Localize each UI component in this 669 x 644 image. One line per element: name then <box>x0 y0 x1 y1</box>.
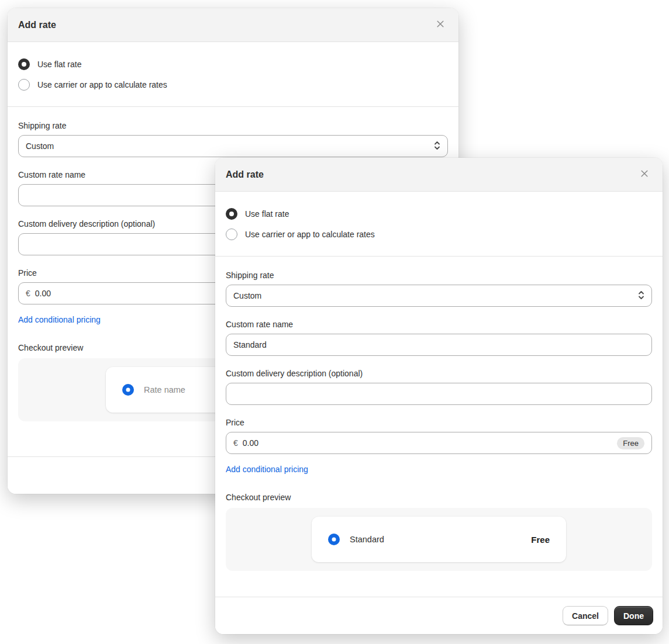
flat-rate-radio[interactable] <box>18 58 30 70</box>
rate-form: Shipping rate Custom Custom rate name Cu… <box>215 257 663 597</box>
flat-rate-option[interactable]: Use flat rate <box>18 58 448 70</box>
modal-title: Add rate <box>18 20 56 30</box>
chevron-up-down-icon <box>434 141 440 152</box>
shipping-rate-label: Shipping rate <box>18 121 448 130</box>
preview-rate-name: Rate name <box>144 385 185 394</box>
close-button[interactable] <box>636 166 653 183</box>
add-rate-modal-front: Add rate Use flat rate Use carrier or ap… <box>215 158 663 634</box>
close-icon <box>640 169 649 179</box>
shipping-rate-select[interactable]: Custom <box>226 285 652 307</box>
preview-rate-name: Standard <box>350 535 384 544</box>
add-conditional-pricing-link[interactable]: Add conditional pricing <box>18 315 101 324</box>
price-input[interactable] <box>243 438 612 448</box>
checkout-preview-label: Checkout preview <box>226 493 652 502</box>
rate-type-options: Use flat rate Use carrier or app to calc… <box>8 42 458 107</box>
checkout-preview-card: Standard Free <box>312 517 566 562</box>
shipping-rate-label: Shipping rate <box>226 271 652 280</box>
currency-prefix: € <box>233 438 238 448</box>
add-conditional-pricing-link[interactable]: Add conditional pricing <box>226 465 308 474</box>
flat-rate-option[interactable]: Use flat rate <box>226 208 652 220</box>
chevron-up-down-icon <box>638 290 644 302</box>
modal-footer: Cancel Done <box>215 597 663 634</box>
close-button[interactable] <box>432 16 449 34</box>
done-button[interactable]: Done <box>614 606 653 625</box>
shipping-rate-value: Custom <box>233 291 261 300</box>
preview-rate-price: Free <box>531 535 550 545</box>
carrier-rate-option[interactable]: Use carrier or app to calculate rates <box>226 228 652 240</box>
modal-header: Add rate <box>8 8 458 42</box>
custom-rate-name-label: Custom rate name <box>226 320 652 329</box>
carrier-rate-label: Use carrier or app to calculate rates <box>245 230 375 239</box>
flat-rate-radio[interactable] <box>226 208 237 220</box>
flat-rate-label: Use flat rate <box>37 60 81 69</box>
checkout-preview-panel: Standard Free <box>226 508 652 571</box>
modal-title: Add rate <box>226 169 264 180</box>
flat-rate-label: Use flat rate <box>245 209 289 219</box>
preview-rate-radio <box>122 384 134 396</box>
free-badge: Free <box>617 437 644 449</box>
custom-rate-name-input[interactable] <box>226 334 652 356</box>
carrier-rate-option[interactable]: Use carrier or app to calculate rates <box>18 79 448 91</box>
shipping-rate-value: Custom <box>26 141 54 151</box>
carrier-rate-label: Use carrier or app to calculate rates <box>37 80 167 89</box>
price-field[interactable]: € Free <box>226 432 652 454</box>
custom-delivery-description-input[interactable] <box>226 383 652 405</box>
price-label: Price <box>226 418 652 427</box>
currency-prefix: € <box>26 289 30 298</box>
rate-type-options: Use flat rate Use carrier or app to calc… <box>215 192 663 257</box>
cancel-button[interactable]: Cancel <box>563 606 608 625</box>
close-icon <box>436 20 444 30</box>
carrier-rate-radio[interactable] <box>226 228 237 240</box>
shipping-rate-select[interactable]: Custom <box>18 135 448 157</box>
modal-header: Add rate <box>215 158 663 192</box>
carrier-rate-radio[interactable] <box>18 79 30 91</box>
preview-rate-radio <box>328 534 340 545</box>
custom-delivery-description-label: Custom delivery description (optional) <box>226 369 652 378</box>
